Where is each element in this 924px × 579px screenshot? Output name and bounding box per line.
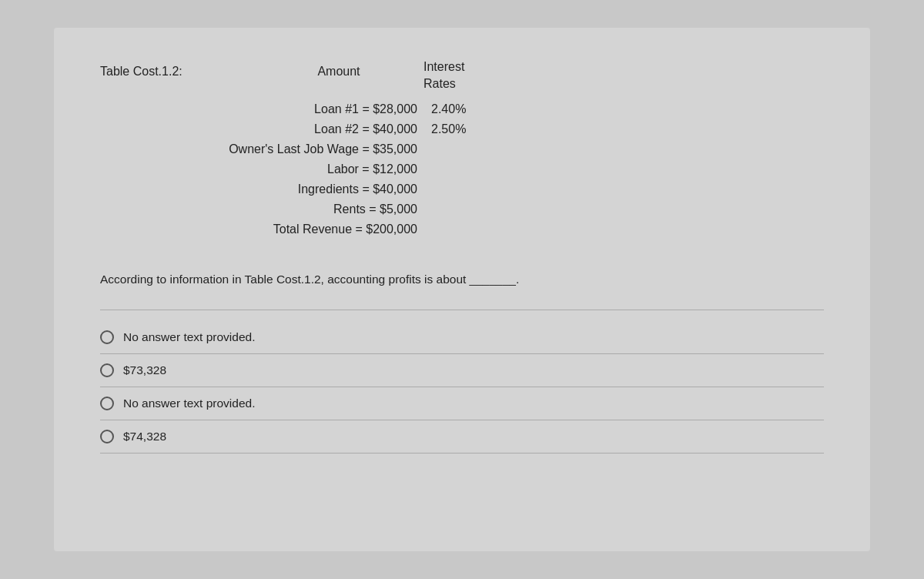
option-label: $74,328 — [123, 430, 166, 443]
amount-label: Amount — [254, 59, 424, 79]
option-row[interactable]: No answer text provided. — [100, 387, 824, 420]
table-section: Table Cost.1.2: Amount Interest Rates Lo… — [100, 59, 824, 236]
radio-button[interactable] — [100, 397, 114, 410]
question-text: According to information in Table Cost.1… — [100, 273, 519, 286]
interest-label-line1: Interest — [424, 59, 464, 75]
row-label: Total Revenue = $200,000 — [100, 223, 424, 236]
row-rate: 2.50% — [424, 122, 466, 136]
table-row: Labor = $12,000 — [100, 162, 824, 176]
row-label: Rents = $5,000 — [100, 202, 424, 216]
row-label: Owner's Last Job Wage = $35,000 — [100, 142, 424, 156]
table-row: Loan #1 = $28,0002.40% — [100, 102, 824, 116]
row-label: Loan #1 = $28,000 — [100, 102, 424, 116]
table-label: Table Cost.1.2: — [100, 59, 254, 79]
option-label: No answer text provided. — [123, 397, 255, 410]
option-label: No answer text provided. — [123, 330, 255, 344]
row-label: Ingredients = $40,000 — [100, 182, 424, 196]
option-row[interactable]: $73,328 — [100, 354, 824, 387]
header-row: Table Cost.1.2: Amount Interest Rates — [100, 59, 824, 93]
row-label: Labor = $12,000 — [100, 162, 424, 176]
data-rows: Loan #1 = $28,0002.40%Loan #2 = $40,0002… — [100, 102, 824, 236]
row-rate: 2.40% — [424, 102, 466, 116]
row-label: Loan #2 = $40,000 — [100, 122, 424, 136]
table-row: Loan #2 = $40,0002.50% — [100, 122, 824, 136]
options-section: No answer text provided.$73,328No answer… — [100, 321, 824, 453]
table-row: Ingredients = $40,000 — [100, 182, 824, 196]
option-row[interactable]: $74,328 — [100, 420, 824, 453]
radio-button[interactable] — [100, 430, 114, 443]
top-divider — [100, 310, 824, 310]
radio-button[interactable] — [100, 363, 114, 377]
table-row: Rents = $5,000 — [100, 202, 824, 216]
question-section: According to information in Table Cost.1… — [100, 270, 824, 288]
table-row: Owner's Last Job Wage = $35,000 — [100, 142, 824, 156]
radio-button[interactable] — [100, 330, 114, 344]
page-container: Table Cost.1.2: Amount Interest Rates Lo… — [54, 28, 870, 551]
option-row[interactable]: No answer text provided. — [100, 321, 824, 354]
interest-label-line2: Rates — [424, 75, 456, 92]
interest-rates-label: Interest Rates — [424, 59, 464, 93]
option-label: $73,328 — [123, 363, 166, 377]
table-row: Total Revenue = $200,000 — [100, 223, 824, 236]
